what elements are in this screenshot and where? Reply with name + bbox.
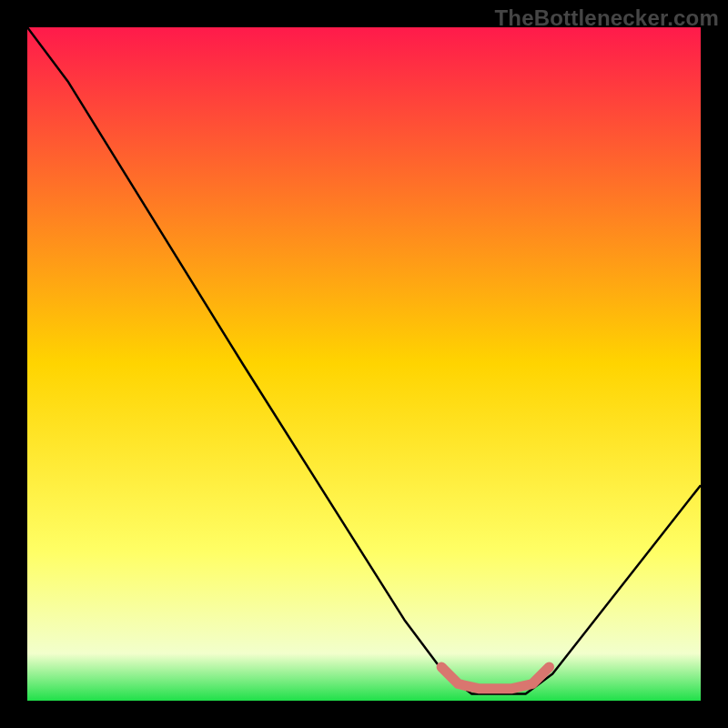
watermark-text: TheBottlenecker.com xyxy=(494,5,719,31)
chart-svg xyxy=(27,27,701,701)
gradient-background xyxy=(27,27,701,701)
chart-container: TheBottlenecker.com xyxy=(0,0,728,728)
chart-plot-area xyxy=(27,27,701,701)
